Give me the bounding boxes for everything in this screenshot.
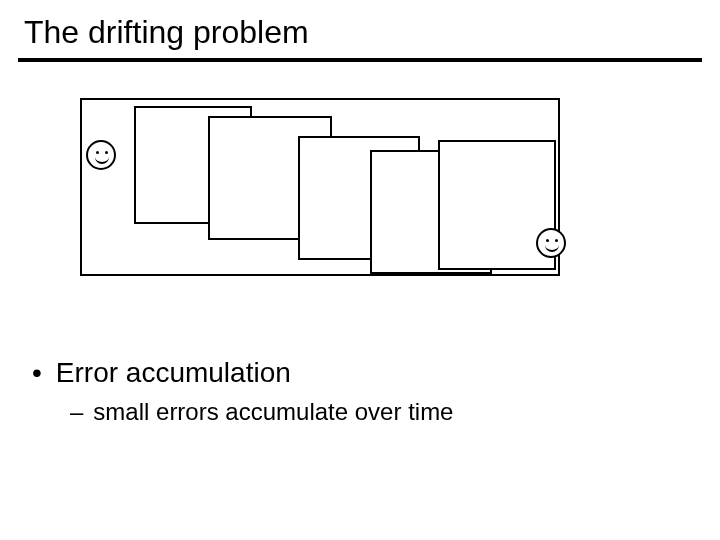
sub-bullet-item: – small errors accumulate over time	[70, 398, 453, 426]
bullet-marker: •	[32, 359, 42, 387]
title-underline	[18, 58, 702, 62]
slide-title: The drifting problem	[24, 14, 309, 51]
smiley-face-icon	[536, 228, 566, 258]
drift-diagram	[80, 98, 560, 288]
smiley-face-icon	[86, 140, 116, 170]
bullet-text: Error accumulation	[56, 357, 291, 389]
sub-bullet-marker: –	[70, 398, 83, 426]
sub-bullet-text: small errors accumulate over time	[93, 398, 453, 426]
bullet-item: • Error accumulation	[32, 357, 291, 389]
